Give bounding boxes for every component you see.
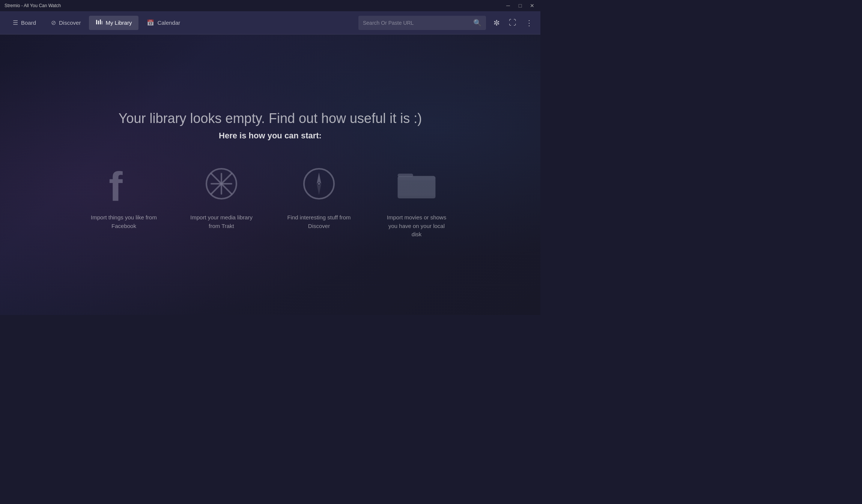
nav-right: ✼ ⛶ ⋮ bbox=[492, 17, 534, 29]
discover-icon: ⊘ bbox=[51, 19, 56, 26]
svg-rect-2 bbox=[100, 20, 101, 24]
svg-point-13 bbox=[318, 183, 320, 185]
close-button[interactable]: ✕ bbox=[528, 3, 536, 9]
more-options-button[interactable]: ⋮ bbox=[524, 17, 534, 29]
trakt-icon bbox=[201, 163, 242, 204]
app-title: Stremio - All You Can Watch bbox=[5, 3, 61, 8]
svg-rect-1 bbox=[98, 21, 99, 24]
fullscreen-button[interactable]: ⛶ bbox=[507, 17, 518, 28]
menu-icon: ☰ bbox=[13, 19, 18, 26]
nav-item-board[interactable]: ☰ Board bbox=[6, 16, 43, 29]
svg-text:f: f bbox=[109, 165, 123, 202]
search-input[interactable] bbox=[363, 20, 470, 26]
discover-label: Find interesting stuff from Discover bbox=[285, 213, 353, 230]
calendar-icon: 📅 bbox=[147, 19, 154, 26]
search-icon[interactable]: 🔍 bbox=[473, 19, 481, 27]
discover-card[interactable]: Find interesting stuff from Discover bbox=[285, 163, 353, 230]
svg-rect-3 bbox=[102, 21, 102, 24]
nav-calendar-label: Calendar bbox=[157, 20, 180, 26]
facebook-label: Import things you like from Facebook bbox=[90, 213, 158, 230]
search-container: 🔍 bbox=[358, 16, 486, 30]
trakt-label: Import your media library from Trakt bbox=[188, 213, 255, 230]
svg-rect-16 bbox=[398, 176, 436, 180]
compass-icon bbox=[298, 163, 340, 204]
library-icon bbox=[96, 19, 102, 27]
svg-rect-17 bbox=[398, 196, 436, 198]
titlebar: Stremio - All You Can Watch ─ □ ✕ bbox=[0, 0, 540, 11]
facebook-card[interactable]: f Import things you like from Facebook bbox=[90, 163, 158, 230]
nav-item-calendar[interactable]: 📅 Calendar bbox=[140, 16, 187, 29]
svg-marker-12 bbox=[317, 184, 321, 195]
navbar: ☰ Board ⊘ Discover My Library 📅 Calenda bbox=[0, 11, 540, 34]
local-disk-label: Import movies or shows you have on your … bbox=[383, 213, 450, 239]
minimize-button[interactable]: ─ bbox=[504, 3, 512, 9]
addons-button[interactable]: ✼ bbox=[492, 17, 501, 29]
nav-mylibrary-label: My Library bbox=[105, 20, 132, 26]
nav-discover-label: Discover bbox=[59, 20, 81, 26]
window-controls: ─ □ ✕ bbox=[504, 3, 536, 9]
trakt-card[interactable]: Import your media library from Trakt bbox=[188, 163, 255, 230]
main-content: Your library looks empty. Find out how u… bbox=[0, 34, 540, 315]
facebook-icon: f bbox=[103, 163, 144, 204]
nav-left: ☰ Board ⊘ Discover My Library 📅 Calenda bbox=[6, 16, 352, 30]
nav-item-discover[interactable]: ⊘ Discover bbox=[44, 16, 87, 29]
local-disk-card[interactable]: Import movies or shows you have on your … bbox=[383, 163, 450, 239]
nav-item-mylibrary[interactable]: My Library bbox=[89, 16, 138, 30]
svg-marker-11 bbox=[317, 172, 321, 184]
maximize-button[interactable]: □ bbox=[516, 3, 524, 9]
svg-rect-0 bbox=[96, 20, 97, 24]
start-subtitle: Here is how you can start: bbox=[219, 131, 322, 141]
nav-board-label: Board bbox=[21, 20, 36, 26]
folder-icon bbox=[396, 163, 437, 204]
action-cards: f Import things you like from Facebook I… bbox=[90, 163, 450, 239]
empty-library-title: Your library looks empty. Find out how u… bbox=[119, 111, 422, 126]
